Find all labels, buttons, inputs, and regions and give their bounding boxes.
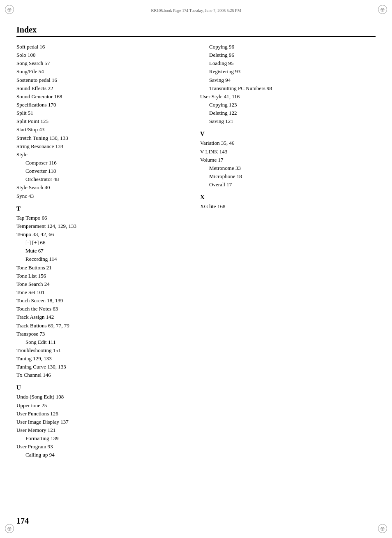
index-entry: Soft pedal 16 [16,43,192,51]
index-entry: User Image Display 137 [16,418,192,426]
index-entry: Tap Tempo 66 [16,214,192,222]
index-entry: User Program 93 [16,443,192,451]
index-entry: Style [16,151,192,159]
index-entry: Recording 114 [16,255,192,263]
index-entry: Tuning 129, 133 [16,355,192,363]
index-entry: Microphone 18 [200,172,376,181]
crosshair-top-right: ⊕ [378,5,387,14]
crosshair-bottom-right: ⊕ [378,524,387,533]
section-letter: V [200,130,376,138]
index-entry: Variation 35, 46 [200,139,376,147]
index-entry: Solo 100 [16,51,192,59]
index-entry: User Functions 126 [16,410,192,418]
index-entry: Tone Search 24 [16,280,192,288]
index-entry: Split Point 125 [16,117,192,125]
index-entry: Converter 118 [16,167,192,175]
index-entry: Formatting 139 [16,434,192,443]
crosshair-top-left: ⊕ [5,5,14,14]
index-entry: Specifications 170 [16,101,192,109]
index-entry: Saving 94 [200,76,376,84]
page: ⊕ ⊕ ⊕ ⊕ KR105.book Page 174 Tuesday, Jun… [0,0,392,538]
index-entry: Split 51 [16,109,192,117]
index-entry: Calling up 94 [16,451,192,459]
index-entry: Sync 43 [16,192,192,200]
right-column: Copying 96Deleting 96Loading 95Registeri… [200,43,376,459]
index-title: Index [16,25,376,35]
index-entry: Loading 95 [200,59,376,67]
index-entry: Mute 67 [16,247,192,255]
index-entry: Song/File 54 [16,67,192,76]
columns-container: Soft pedal 16Solo 100Song Search 57Song/… [16,43,376,459]
left-column: Soft pedal 16Solo 100Song Search 57Song/… [16,43,192,459]
index-entry: Transpose 73 [16,330,192,338]
index-entry: Tx Channel 146 [16,371,192,379]
index-entry: Composer 116 [16,159,192,167]
index-entry: V-LINK 143 [200,148,376,156]
index-entry: Deleting 122 [200,109,376,117]
index-entry: String Resonance 134 [16,142,192,151]
index-entry: Style Search 40 [16,183,192,192]
index-entry: Tone Buttons 21 [16,264,192,272]
page-number: 174 [16,516,29,526]
index-entry: Start/Stop 43 [16,125,192,134]
file-info: KR105.book Page 174 Tuesday, June 7, 200… [16,8,376,13]
index-entry: Touch the Notes 63 [16,305,192,313]
index-entry: Overall 17 [200,181,376,189]
index-entry: Sound Effects 22 [16,84,192,93]
title-section: Index [16,25,376,37]
index-entry: Tone List 156 [16,272,192,280]
index-entry: XG lite 168 [200,202,376,211]
index-entry: Metronome 33 [200,164,376,172]
index-entry: Troubleshooting 151 [16,346,192,355]
index-entry: [-] [+] 66 [16,239,192,247]
index-entry: Orchestrator 48 [16,175,192,183]
index-entry: Saving 121 [200,117,376,125]
index-entry: Tone Set 101 [16,288,192,297]
index-entry: Temperament 124, 129, 133 [16,222,192,230]
index-entry: Track Buttons 69, 77, 79 [16,322,192,330]
index-entry: Stretch Tuning 130, 133 [16,134,192,142]
index-entry: Tempo 33, 42, 66 [16,230,192,239]
index-entry: Registering 93 [200,67,376,76]
index-entry: Undo (Song Edit) 108 [16,393,192,401]
section-letter: X [200,193,376,202]
index-entry: Tuning Curve 130, 133 [16,363,192,371]
index-entry: Copying 96 [200,43,376,51]
index-entry: User Style 41, 116 [200,93,376,101]
index-entry: Transmitting PC Numbers 98 [200,84,376,93]
section-letter: T [16,204,192,213]
index-entry: Upper tone 25 [16,401,192,410]
title-divider [16,36,376,37]
index-entry: Track Assign 142 [16,313,192,321]
index-entry: Touch Screen 18, 139 [16,297,192,305]
index-entry: Song Edit 111 [16,338,192,346]
index-entry: Deleting 96 [200,51,376,59]
section-letter: U [16,383,192,392]
index-entry: User Memory 121 [16,426,192,434]
index-entry: Song Search 57 [16,59,192,67]
index-entry: Sostenuto pedal 16 [16,76,192,84]
crosshair-bottom-left: ⊕ [5,524,14,533]
index-entry: Copying 123 [200,101,376,109]
index-entry: Volume 17 [200,156,376,164]
index-entry: Sound Generator 168 [16,93,192,101]
